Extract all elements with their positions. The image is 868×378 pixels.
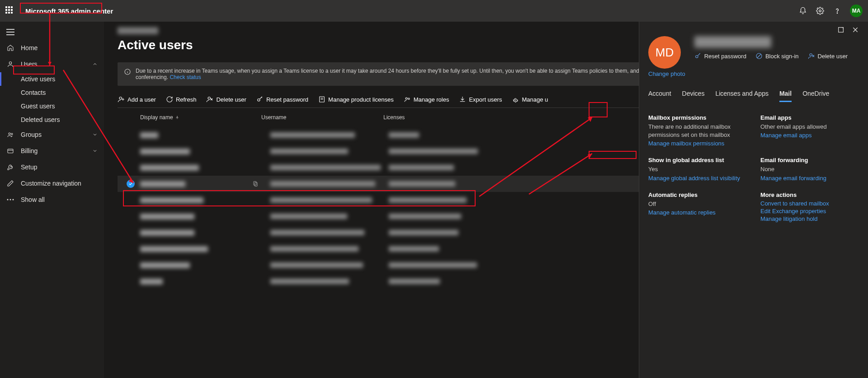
user-avatar-large: MD (648, 36, 681, 69)
svg-point-16 (119, 97, 122, 99)
svg-point-38 (810, 54, 812, 56)
tab-devices[interactable]: Devices (682, 90, 705, 102)
manage-mailbox-permissions-link[interactable]: Manage mailbox permissions (648, 140, 747, 147)
nav-label: Home (21, 44, 38, 51)
user-avatar[interactable]: MA (850, 5, 863, 17)
checked-icon[interactable] (127, 180, 135, 188)
manage-auto-replies-link[interactable]: Manage automatic replies (648, 209, 747, 216)
nav-label: Customize navigation (21, 180, 81, 187)
change-photo-link[interactable]: Change photo (648, 70, 685, 77)
nav-label: Groups (21, 131, 42, 138)
user-detail-panel: MD Change photo Reset password Block sig… (639, 22, 868, 378)
col-display-name[interactable]: Display name (140, 114, 261, 121)
nav-deleted-users[interactable]: Deleted users (0, 113, 104, 126)
notifications-icon[interactable] (798, 6, 807, 15)
billing-icon (6, 147, 14, 155)
nav-billing[interactable]: Billing (0, 143, 104, 159)
breadcrumb (118, 27, 158, 34)
col-username[interactable]: Username (261, 114, 383, 121)
svg-point-35 (695, 56, 698, 58)
info-icon (124, 68, 131, 75)
more-icon (6, 196, 14, 204)
settings-icon[interactable] (816, 6, 825, 15)
sidebar: Home Users Active users Contacts Guest u… (0, 22, 104, 378)
svg-rect-32 (839, 28, 844, 33)
setup-icon (6, 163, 14, 171)
svg-point-10 (7, 199, 9, 201)
menu-toggle-icon[interactable] (0, 24, 104, 40)
svg-point-19 (208, 97, 210, 99)
nav-setup[interactable]: Setup (0, 159, 104, 175)
top-bar: Microsoft 365 admin center MA (0, 0, 868, 22)
reset-password-action[interactable]: Reset password (694, 52, 746, 60)
nav-contacts[interactable]: Contacts (0, 86, 104, 99)
edit-exchange-link[interactable]: Edit Exchange properties (760, 208, 859, 215)
nav-label: Setup (21, 163, 38, 171)
delete-user-action[interactable]: Delete user (808, 52, 848, 60)
panel-close-icon[interactable] (852, 26, 859, 33)
tab-licenses[interactable]: Licenses and Apps (715, 90, 769, 102)
section-gal: Show in global address list Yes Manage g… (648, 157, 747, 181)
nav-guest-users[interactable]: Guest users (0, 99, 104, 113)
refresh-button[interactable]: Refresh (166, 96, 197, 103)
export-users-button[interactable]: Export users (459, 96, 502, 103)
svg-point-11 (10, 199, 11, 201)
chevron-down-icon (92, 148, 98, 154)
nav-home[interactable]: Home (0, 40, 104, 56)
manage-more-button[interactable]: Manage u (512, 96, 548, 103)
add-user-button[interactable]: Add a user (118, 96, 156, 103)
svg-point-7 (11, 133, 13, 135)
manage-licenses-button[interactable]: Manage product licenses (318, 96, 394, 103)
home-icon (6, 44, 14, 52)
litigation-hold-link[interactable]: Manage litigation hold (760, 215, 859, 222)
nav-customize[interactable]: Customize navigation (0, 175, 104, 191)
section-mailbox-permissions: Mailbox permissions There are no additio… (648, 114, 747, 147)
svg-point-0 (819, 10, 821, 12)
nav-show-all[interactable]: Show all (0, 191, 104, 208)
nav-label: Show all (21, 196, 45, 203)
section-auto-replies: Automatic replies Off Manage automatic r… (648, 191, 747, 222)
svg-rect-31 (255, 182, 257, 186)
manage-forwarding-link[interactable]: Manage email forwarding (760, 175, 859, 182)
svg-point-1 (837, 13, 837, 13)
help-icon[interactable] (833, 6, 842, 15)
groups-icon (6, 131, 14, 139)
panel-user-name (694, 36, 771, 48)
panel-expand-icon[interactable] (837, 26, 844, 33)
svg-point-27 (408, 98, 409, 99)
check-status-link[interactable]: Check status (170, 74, 201, 80)
delete-user-button[interactable]: Delete user (206, 96, 246, 103)
svg-line-37 (757, 54, 761, 58)
nav-users[interactable]: Users (0, 56, 104, 72)
app-title: Microsoft 365 admin center (23, 6, 116, 16)
block-signin-action[interactable]: Block sign-in (755, 52, 799, 60)
svg-point-22 (258, 99, 260, 101)
panel-tabs: Account Devices Licenses and Apps Mail O… (648, 90, 859, 103)
chevron-up-icon (92, 61, 98, 67)
svg-point-5 (9, 62, 11, 64)
tab-onedrive[interactable]: OneDrive (802, 90, 829, 102)
section-forwarding: Email forwarding None Manage email forwa… (760, 157, 859, 181)
app-launcher-icon[interactable] (5, 6, 14, 15)
user-icon (6, 60, 14, 68)
svg-point-26 (406, 98, 407, 99)
svg-point-28 (514, 98, 516, 100)
manage-roles-button[interactable]: Manage roles (404, 96, 449, 103)
manage-gal-link[interactable]: Manage global address list visibility (648, 175, 747, 182)
tab-account[interactable]: Account (648, 90, 671, 102)
panel-body: Mailbox permissions There are no additio… (648, 114, 859, 222)
manage-email-apps-link[interactable]: Manage email apps (760, 132, 859, 139)
top-right: MA (798, 5, 863, 17)
svg-rect-8 (8, 149, 13, 153)
convert-shared-link[interactable]: Convert to shared mailbox (760, 200, 859, 207)
nav-groups[interactable]: Groups (0, 126, 104, 143)
nav-active-users[interactable]: Active users (0, 72, 104, 86)
nav-label: Billing (21, 147, 38, 154)
tab-mail[interactable]: Mail (779, 90, 792, 102)
reset-password-button[interactable]: Reset password (256, 96, 308, 103)
edit-icon (6, 179, 14, 187)
svg-point-6 (9, 133, 10, 135)
svg-point-12 (13, 199, 14, 201)
section-email-apps: Email apps Other email apps allowed Mana… (760, 114, 859, 147)
chevron-down-icon (92, 132, 98, 137)
